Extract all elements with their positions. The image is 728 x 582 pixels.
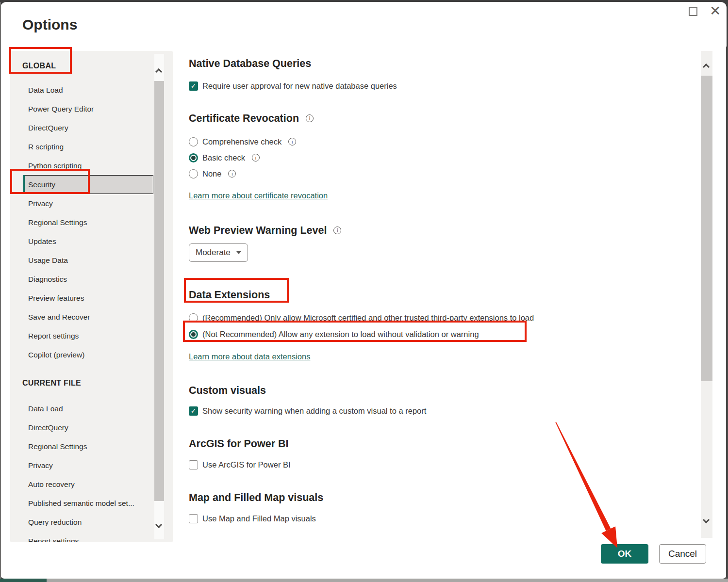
sidebar-scrollbar[interactable]	[154, 54, 164, 539]
info-icon[interactable]	[252, 154, 260, 162]
nav-item-diagnostics[interactable]: Diagnostics	[23, 270, 153, 289]
heading-text: Custom visuals	[189, 385, 266, 397]
nav-item-save-and-recover[interactable]: Save and Recover	[23, 307, 153, 326]
nav-item-cf-auto-recovery[interactable]: Auto recovery	[23, 475, 153, 494]
maximize-icon[interactable]	[689, 7, 697, 16]
nav-item-cf-privacy[interactable]: Privacy	[23, 456, 153, 475]
settings-nav-panel: GLOBAL Data Load Power Query Editor Dire…	[10, 51, 173, 542]
nav-item-privacy[interactable]: Privacy	[23, 194, 153, 213]
window-edge-bottom-accent	[0, 579, 47, 582]
heading-text: Native Database Queries	[189, 58, 311, 70]
radio-comprehensive-check[interactable]: Comprehensive check	[189, 135, 296, 148]
checkbox-label: Require user approval for new native dat…	[202, 81, 397, 91]
link-data-extensions[interactable]: Learn more about data extensions	[189, 352, 310, 361]
web-preview-level-dropdown[interactable]: Moderate	[189, 243, 248, 262]
radio-unselected-icon	[189, 169, 198, 178]
dropdown-value: Moderate	[196, 248, 231, 258]
heading-text: Certificate Revocation	[189, 113, 299, 125]
checkbox-label: Show security warning when adding a cust…	[202, 406, 426, 416]
radio-selected-icon	[189, 153, 198, 162]
checkbox-checked-icon	[189, 406, 198, 416]
window-edge-right	[726, 47, 728, 579]
radio-label: Comprehensive check	[202, 137, 281, 146]
nav-item-data-load[interactable]: Data Load	[23, 81, 153, 99]
nav-item-cf-query-reduction[interactable]: Query reduction	[23, 513, 153, 532]
checkbox-label: Use Map and Filled Map visuals	[202, 514, 316, 523]
section-heading-arcgis: ArcGIS for Power BI	[189, 436, 289, 451]
checkbox-label: Use ArcGIS for Power BI	[202, 460, 291, 469]
cancel-button[interactable]: Cancel	[659, 544, 706, 564]
nav-item-usage-data[interactable]: Usage Data	[23, 251, 153, 270]
nav-item-preview-features[interactable]: Preview features	[23, 289, 153, 307]
sidebar-scrollbar-thumb[interactable]	[154, 81, 164, 501]
options-dialog: Options GLOBAL Data Load Power Query Edi…	[0, 2, 727, 579]
link-certificate-revocation[interactable]: Learn more about certificate revocation	[189, 191, 328, 200]
checkbox-show-security-warning[interactable]: Show security warning when adding a cust…	[189, 404, 426, 417]
heading-text: Map and Filled Map visuals	[189, 492, 323, 504]
checkbox-use-arcgis[interactable]: Use ArcGIS for Power BI	[189, 458, 291, 471]
nav-item-updates[interactable]: Updates	[23, 232, 153, 251]
info-icon[interactable]	[288, 138, 296, 146]
info-icon[interactable]	[228, 170, 236, 178]
nav-item-report-settings[interactable]: Report settings	[23, 326, 153, 345]
radio-none[interactable]: None	[189, 167, 236, 180]
scroll-down-icon[interactable]	[703, 517, 710, 523]
section-heading-data-extensions: Data Extensions	[189, 288, 270, 302]
scroll-up-icon[interactable]	[703, 64, 710, 70]
nav-item-cf-published-semantic-model[interactable]: Published semantic model set...	[23, 494, 153, 513]
nav-item-regional-settings[interactable]: Regional Settings	[23, 213, 153, 232]
selected-accent-bar	[23, 175, 25, 194]
checkbox-unchecked-icon	[189, 514, 198, 523]
section-heading-custom-visuals: Custom visuals	[189, 383, 266, 398]
nav-item-label: Security	[28, 180, 55, 189]
section-heading-native-database-queries: Native Database Queries	[189, 56, 311, 71]
nav-item-security[interactable]: Security	[23, 175, 153, 194]
content-scrollbar[interactable]	[701, 51, 712, 538]
section-heading-web-preview-warning-level: Web Preview Warning Level	[189, 223, 341, 238]
nav-item-cf-report-settings[interactable]: Report settings	[23, 532, 153, 542]
window-edge-left	[0, 2, 1, 579]
close-icon[interactable]	[710, 3, 721, 19]
radio-selected-icon	[189, 330, 198, 339]
window-edge-bottom	[0, 579, 728, 582]
radio-label: (Not Recommended) Allow any extension to…	[202, 330, 479, 339]
heading-text: Data Extensions	[189, 289, 270, 301]
radio-label: None	[202, 169, 221, 178]
content-scrollbar-thumb[interactable]	[701, 76, 712, 381]
scroll-down-icon[interactable]	[155, 521, 162, 528]
section-heading-map-visuals: Map and Filled Map visuals	[189, 490, 323, 505]
nav-item-power-query-editor[interactable]: Power Query Editor	[23, 99, 153, 118]
radio-recommended-extensions[interactable]: (Recommended) Only allow Microsoft certi…	[189, 311, 534, 324]
radio-unselected-icon	[189, 313, 198, 323]
info-icon[interactable]	[333, 226, 341, 234]
nav-item-python-scripting[interactable]: Python scripting	[23, 156, 153, 175]
chevron-down-icon	[236, 251, 241, 254]
nav-item-r-scripting[interactable]: R scripting	[23, 137, 153, 156]
heading-text: ArcGIS for Power BI	[189, 438, 289, 450]
radio-basic-check[interactable]: Basic check	[189, 151, 260, 164]
nav-item-copilot-preview[interactable]: Copilot (preview)	[23, 345, 153, 364]
nav-item-directquery[interactable]: DirectQuery	[23, 118, 153, 137]
checkbox-require-user-approval[interactable]: Require user approval for new native dat…	[189, 80, 397, 92]
nav-section-current-file: CURRENT FILE	[22, 379, 81, 388]
section-heading-certificate-revocation: Certificate Revocation	[189, 111, 314, 126]
nav-section-global: GLOBAL	[22, 62, 56, 70]
info-icon[interactable]	[306, 114, 314, 122]
nav-item-cf-data-load[interactable]: Data Load	[23, 399, 153, 418]
scroll-up-icon[interactable]	[155, 68, 162, 75]
ok-button[interactable]: OK	[601, 544, 648, 564]
dialog-title: Options	[22, 16, 77, 33]
checkbox-use-map-visuals[interactable]: Use Map and Filled Map visuals	[189, 512, 316, 525]
radio-label: (Recommended) Only allow Microsoft certi…	[202, 313, 534, 323]
radio-label: Basic check	[202, 153, 245, 162]
nav-item-cf-directquery[interactable]: DirectQuery	[23, 418, 153, 437]
radio-not-recommended-extensions[interactable]: (Not Recommended) Allow any extension to…	[189, 328, 479, 340]
radio-unselected-icon	[189, 137, 198, 146]
heading-text: Web Preview Warning Level	[189, 225, 327, 237]
checkbox-checked-icon	[189, 81, 198, 91]
checkbox-unchecked-icon	[189, 460, 198, 469]
nav-item-cf-regional-settings[interactable]: Regional Settings	[23, 437, 153, 456]
